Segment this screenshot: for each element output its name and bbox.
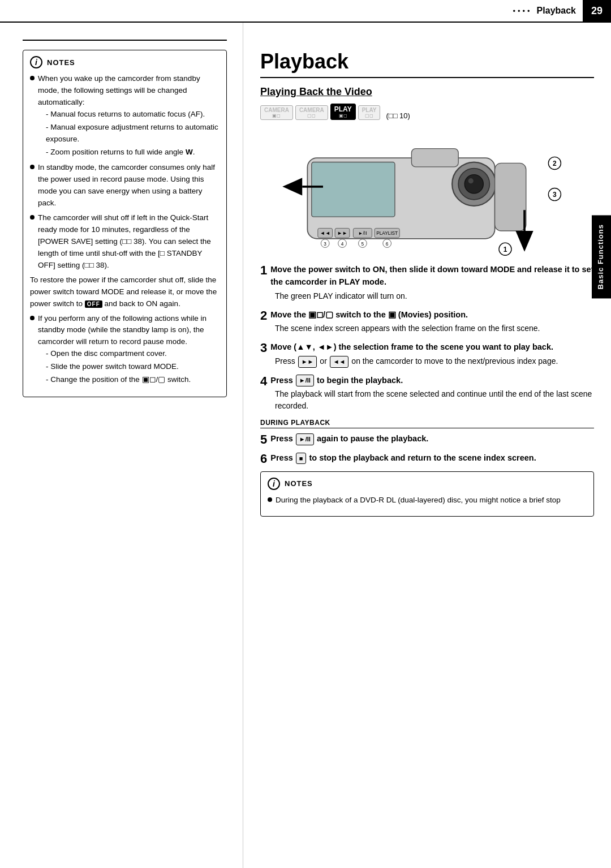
header-title: Playback xyxy=(537,6,576,16)
svg-text:2: 2 xyxy=(553,160,557,167)
play2-label: PLAY xyxy=(362,107,377,113)
svg-text:◄◄: ◄◄ xyxy=(320,230,330,236)
step-note-4: The playback will start from the scene s… xyxy=(275,388,594,412)
rew-btn: ◄◄ xyxy=(330,356,349,368)
camera1-label: CAMERA xyxy=(264,107,289,113)
side-tab: Basic Functions xyxy=(592,215,611,298)
page-title: Playback xyxy=(260,50,594,78)
left-column: i NOTES When you wake up the camcorder f… xyxy=(0,23,243,868)
svg-text:4: 4 xyxy=(341,242,344,247)
play1-label: PLAY xyxy=(334,105,352,113)
svg-text:PLAYLIST: PLAYLIST xyxy=(376,231,398,236)
camera2-sub: ▢◻ xyxy=(307,113,316,118)
bullet-text: In standby mode, the camcorder consumes … xyxy=(38,162,220,209)
list-item: In standby mode, the camcorder consumes … xyxy=(30,162,220,209)
play-pause-btn-2: ►/II xyxy=(296,433,314,445)
play-pause-btn: ►/II xyxy=(296,375,314,386)
notes-title: NOTES xyxy=(47,58,75,67)
svg-rect-2 xyxy=(411,149,458,167)
bullet-icon xyxy=(30,76,35,80)
bullet-text: The camcorder will shut off if left in t… xyxy=(38,212,220,272)
camera2-badge: CAMERA ▢◻ xyxy=(295,105,328,120)
step-text-4: Press ►/II to begin the playback. xyxy=(270,375,594,387)
camera-svg: 2 3 1 ◄◄ ►► ►/II PLAYLIST 3 xyxy=(260,127,594,257)
notes-box-bottom: i NOTES During the playback of a DVD-R D… xyxy=(260,471,594,517)
page-number: 29 xyxy=(583,0,611,22)
step-num-1: 1 xyxy=(260,264,267,277)
list-item: - Zoom position returns to full wide ang… xyxy=(38,147,220,158)
svg-marker-8 xyxy=(282,178,302,195)
camera1-badge: CAMERA ▣◻ xyxy=(260,105,293,120)
svg-text:►►: ►► xyxy=(337,230,347,236)
play1-sub: ▣◻ xyxy=(339,113,347,118)
info-icon: i xyxy=(30,56,42,68)
svg-marker-10 xyxy=(515,231,533,252)
svg-point-6 xyxy=(468,178,474,183)
step-1: 1 Move the power switch to ON, then slid… xyxy=(260,264,594,302)
step-2: 2 Move the ▣◻/▢ switch to the ▣ (Movies)… xyxy=(260,309,594,335)
play2-sub: ▢◻ xyxy=(365,113,373,118)
list-item: - Slide the power switch toward MODE. xyxy=(38,361,220,373)
bullet-text: During the playback of a DVD-R DL (dual-… xyxy=(276,495,561,506)
info-icon-bottom: i xyxy=(268,478,280,490)
step-num-5: 5 xyxy=(260,433,267,446)
step-note-2: The scene index screen appears with the … xyxy=(275,323,594,334)
step-5: 5 Press ►/II again to pause the playback… xyxy=(260,433,594,445)
notes-header: i NOTES xyxy=(30,56,220,68)
svg-text:3: 3 xyxy=(324,242,326,247)
page-container: •••• Playback 29 i NOTES When you wake u… xyxy=(0,0,611,868)
step-num-2: 2 xyxy=(260,309,267,323)
list-item: - Open the disc compartment cover. xyxy=(38,348,220,360)
step-text-1: Move the power switch to ON, then slide … xyxy=(270,264,594,289)
list-item: - Manual exposure adjustment returns to … xyxy=(38,122,220,145)
svg-text:1: 1 xyxy=(504,246,507,253)
list-item: The camcorder will shut off if left in t… xyxy=(30,212,220,272)
side-tab-label: Basic Functions xyxy=(596,224,605,289)
notes-content: When you wake up the camcorder from stan… xyxy=(30,73,220,387)
bullet-text: When you wake up the camcorder from stan… xyxy=(38,73,220,159)
notes-content-bottom: During the playback of a DVD-R DL (dual-… xyxy=(268,495,587,506)
ff-btn: ►► xyxy=(298,356,317,368)
list-item: If you perform any of the following acti… xyxy=(30,313,220,388)
header-dots: •••• xyxy=(513,7,532,15)
svg-rect-1 xyxy=(312,162,395,217)
mode-buttons-row: CAMERA ▣◻ CAMERA ▢◻ PLAY ▣◻ PLAY ▢◻ (□□ … xyxy=(260,104,594,120)
svg-text:►/II: ►/II xyxy=(358,231,367,236)
step-num-4: 4 xyxy=(260,375,267,388)
svg-text:6: 6 xyxy=(386,242,389,247)
off-badge: OFF xyxy=(85,300,102,308)
bullet-text: If you perform any of the following acti… xyxy=(38,313,220,388)
step-num-3: 3 xyxy=(260,341,267,355)
step-4: 4 Press ►/II to begin the playback. The … xyxy=(260,375,594,412)
bullet-icon xyxy=(30,165,35,169)
top-divider xyxy=(23,40,227,41)
play2-badge: PLAY ▢◻ xyxy=(358,105,381,120)
bullet-icon xyxy=(268,497,272,502)
bullet-icon xyxy=(30,316,35,320)
notes-header-bottom: i NOTES xyxy=(268,478,587,490)
bullet-icon xyxy=(30,215,35,220)
step-text-5: Press ►/II again to pause the playback. xyxy=(270,433,594,445)
notes-box-left: i NOTES When you wake up the camcorder f… xyxy=(23,50,227,397)
during-playback-label: During Playback xyxy=(260,419,330,427)
step-note-1: The green PLAY indicator will turn on. xyxy=(275,290,594,302)
right-content: Playback Playing Back the Video CAMERA ▣… xyxy=(260,50,594,517)
svg-text:3: 3 xyxy=(553,191,557,199)
svg-point-5 xyxy=(464,175,483,194)
section-title: Playing Back the Video xyxy=(260,86,594,98)
step-6: 6 Press ■ to stop the playback and retur… xyxy=(260,452,594,465)
play1-badge: PLAY ▣◻ xyxy=(330,104,356,120)
step-num-6: 6 xyxy=(260,452,267,466)
during-playback-header: During Playback xyxy=(260,419,594,428)
list-item: When you wake up the camcorder from stan… xyxy=(30,73,220,159)
step-note-3: Press ►► or ◄◄ on the camcorder to move … xyxy=(275,355,594,368)
list-item: During the playback of a DVD-R DL (dual-… xyxy=(268,495,587,506)
step-text-2: Move the ▣◻/▢ switch to the ▣ (Movies) p… xyxy=(270,309,594,321)
ref-text: (□□ 10) xyxy=(386,111,410,120)
list-item: To restore the power if the camcorder sh… xyxy=(30,274,220,310)
svg-rect-7 xyxy=(495,163,526,231)
notes-title-bottom: NOTES xyxy=(285,479,313,488)
stop-btn: ■ xyxy=(296,453,307,465)
camera2-label: CAMERA xyxy=(299,107,324,113)
right-column: Playback Playing Back the Video CAMERA ▣… xyxy=(243,23,611,868)
